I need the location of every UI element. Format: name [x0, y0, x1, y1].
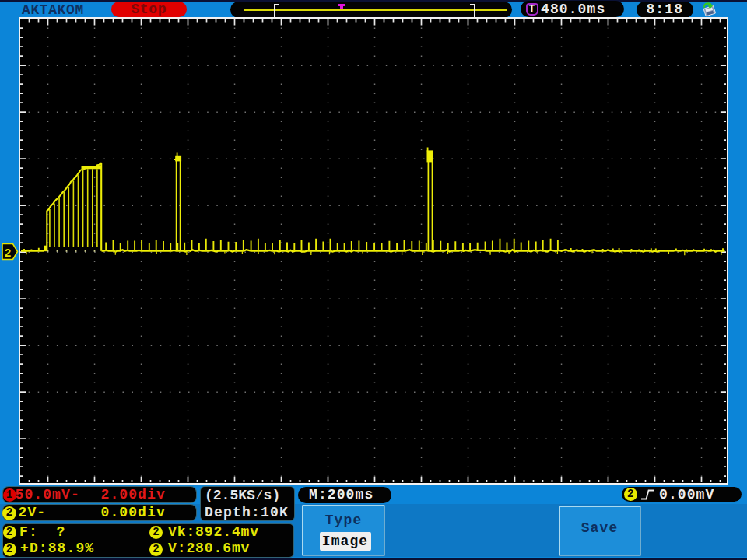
svg-text:2: 2: [4, 247, 11, 261]
